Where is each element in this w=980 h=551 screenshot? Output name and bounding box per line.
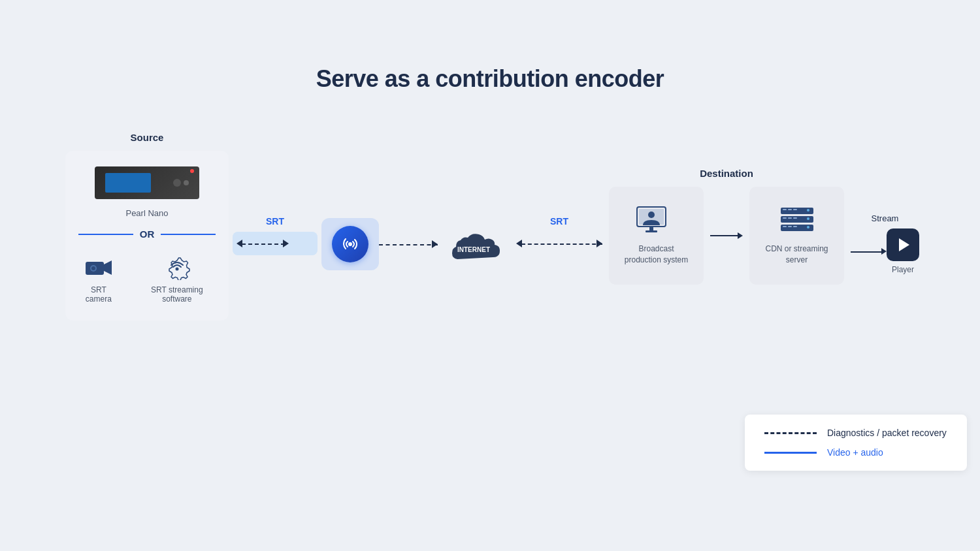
svg-rect-24 bbox=[783, 226, 787, 227]
stream-label-row: Stream bbox=[872, 213, 899, 223]
legend-dashed-text: Diagnostics / packet recovery bbox=[827, 428, 947, 438]
gear-streaming-icon bbox=[163, 255, 191, 280]
stream-label: Stream bbox=[872, 213, 899, 223]
stream-arrow bbox=[851, 242, 887, 261]
svg-rect-12 bbox=[645, 230, 657, 232]
svg-rect-11 bbox=[649, 227, 653, 230]
encoder-wrapper bbox=[321, 202, 379, 270]
svg-rect-14 bbox=[783, 209, 787, 210]
source-label: Source bbox=[131, 132, 164, 143]
page-title: Serve as a contribution encoder bbox=[316, 65, 664, 93]
svg-rect-15 bbox=[788, 209, 792, 210]
svg-point-5 bbox=[91, 266, 95, 270]
svg-rect-16 bbox=[793, 209, 797, 210]
srt-camera-label: SRT camera bbox=[78, 285, 119, 304]
legend-solid-text: Video + audio bbox=[827, 447, 883, 458]
dest-arrow bbox=[704, 232, 749, 239]
stream-to-player-row: Player bbox=[851, 228, 919, 274]
legend-solid-line bbox=[764, 452, 817, 454]
right-dashed-arrow bbox=[514, 230, 605, 257]
srt-left-label: SRT bbox=[266, 216, 284, 227]
player-section: Player bbox=[887, 228, 919, 274]
encoder-highlight bbox=[321, 218, 379, 270]
source-box: Pearl Nano OR SRT camera bbox=[65, 151, 229, 321]
cloud-svg: INTERNET bbox=[438, 218, 510, 270]
svg-point-0 bbox=[173, 179, 181, 187]
device-knob-icon bbox=[172, 176, 191, 189]
or-line-left bbox=[78, 234, 133, 235]
or-divider: OR bbox=[78, 228, 216, 240]
svg-point-7 bbox=[348, 242, 352, 246]
pearl-nano-label: Pearl Nano bbox=[125, 208, 168, 218]
camera-icon bbox=[84, 255, 113, 280]
solid-arrow bbox=[710, 232, 743, 239]
legend-dashed-line bbox=[764, 432, 817, 434]
srt-right-section: SRT bbox=[514, 216, 605, 257]
destination-label: Destination bbox=[700, 168, 753, 179]
encoder-to-internet-arrow bbox=[379, 215, 438, 257]
stream-player-section: Stream Player bbox=[851, 195, 919, 274]
srt-left-section: SRT bbox=[233, 216, 318, 257]
broadcast-production-box: Broadcast production system bbox=[609, 187, 704, 285]
broadcast-system-icon bbox=[634, 206, 679, 238]
internet-text: INTERNET bbox=[457, 246, 490, 253]
legend-dashed-item: Diagnostics / packet recovery bbox=[764, 428, 947, 438]
destination-boxes: Broadcast production system bbox=[609, 187, 844, 285]
source-container: Source Pearl Nano OR bbox=[65, 132, 229, 321]
or-line-right bbox=[161, 234, 216, 235]
player-label: Player bbox=[892, 265, 914, 274]
encoder-circle bbox=[332, 226, 368, 262]
destination-container: Destination Broadcast production system bbox=[609, 168, 844, 285]
svg-rect-25 bbox=[788, 226, 792, 227]
encoder-internet-dashed bbox=[379, 231, 438, 257]
svg-point-17 bbox=[807, 209, 809, 212]
broadcast-system-label: Broadcast production system bbox=[619, 244, 693, 266]
svg-rect-26 bbox=[793, 226, 797, 227]
svg-point-22 bbox=[807, 217, 809, 220]
legend-solid-item: Video + audio bbox=[764, 447, 947, 458]
play-button[interactable] bbox=[887, 228, 919, 261]
pearl-nano-device bbox=[95, 166, 199, 199]
encoder-icon bbox=[340, 234, 360, 254]
source-icons: SRT camera SRT streaming software bbox=[78, 255, 216, 304]
srt-camera-item: SRT camera bbox=[78, 255, 119, 304]
play-triangle-icon bbox=[899, 238, 909, 251]
svg-point-1 bbox=[184, 180, 189, 185]
svg-rect-20 bbox=[788, 217, 792, 219]
srt-software-label: SRT streaming software bbox=[139, 285, 216, 304]
srt-right-label: SRT bbox=[550, 216, 568, 227]
svg-rect-19 bbox=[783, 217, 787, 219]
svg-marker-3 bbox=[104, 260, 112, 275]
legend-box: Diagnostics / packet recovery Video + au… bbox=[745, 415, 967, 471]
svg-point-6 bbox=[175, 268, 178, 271]
cdn-server-label: CDN or streaming server bbox=[760, 244, 834, 266]
cloud-shape-container: INTERNET bbox=[438, 218, 510, 270]
svg-point-10 bbox=[648, 212, 655, 218]
cdn-server-box: CDN or streaming server bbox=[749, 187, 844, 285]
srt-software-item: SRT streaming software bbox=[139, 255, 216, 304]
internet-cloud: INTERNET bbox=[438, 202, 510, 270]
or-text: OR bbox=[140, 228, 155, 240]
svg-rect-21 bbox=[793, 217, 797, 219]
svg-point-27 bbox=[807, 226, 809, 228]
cdn-server-icon bbox=[777, 206, 817, 238]
left-dashed-arrow bbox=[233, 230, 318, 257]
